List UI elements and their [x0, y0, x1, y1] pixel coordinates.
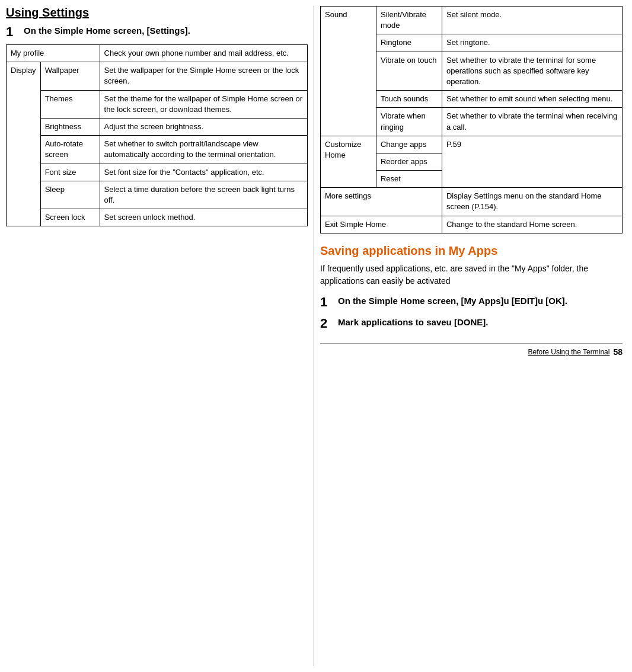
ringtone-desc: Set ringtone. — [442, 34, 622, 52]
sound-cat: Sound — [321, 7, 376, 136]
table-row: Brightness Adjust the screen brightness. — [7, 118, 308, 135]
vibrate-ringing-desc: Set whether to vibrate the terminal when… — [442, 108, 622, 136]
saving-step1-num: 1 — [320, 295, 338, 310]
font-size-desc: Set font size for the "Contacts" applica… — [100, 164, 307, 181]
touch-sounds-desc: Set whether to emit sound when selecting… — [442, 91, 622, 108]
table-row: Exit Simple Home Change to the standard … — [321, 216, 623, 233]
saving-title: Saving applications in My Apps — [320, 244, 623, 258]
display-cat: Display — [7, 62, 41, 226]
auto-rotate-sub: Auto-rotate screen — [40, 136, 100, 164]
step1-text: On the Simple Home screen, [Settings]. — [24, 24, 190, 38]
footer: Before Using the Terminal 58 — [320, 343, 623, 357]
ringtone-sub: Ringtone — [376, 34, 442, 52]
themes-sub: Themes — [40, 90, 100, 118]
saving-step1-text: On the Simple Home screen, [My Apps]u [E… — [338, 295, 567, 308]
font-size-sub: Font size — [40, 164, 100, 181]
vibrate-ringing-sub: Vibrate when ringing — [376, 108, 442, 136]
saving-step2-num: 2 — [320, 316, 338, 331]
table-row: My profile Check your own phone number a… — [7, 45, 308, 62]
auto-rotate-desc: Set whether to switch portrait/landscape… — [100, 136, 307, 164]
change-apps-sub: Change apps — [376, 136, 442, 153]
table-row: Screen lock Set screen unlock method. — [7, 209, 308, 226]
brightness-sub: Brightness — [40, 118, 100, 135]
silent-sub: Silent/Vibrate mode — [376, 7, 442, 34]
brightness-desc: Adjust the screen brightness. — [100, 118, 307, 135]
customize-desc: P.59 — [442, 136, 622, 188]
table-row: Display Wallpaper Set the wallpaper for … — [7, 62, 308, 90]
touch-sounds-sub: Touch sounds — [376, 91, 442, 108]
table-row: Themes Set the theme for the wallpaper o… — [7, 90, 308, 118]
saving-step2: 2 Mark applications to saveu [DONE]. — [320, 316, 623, 331]
wallpaper-desc: Set the wallpaper for the Simple Home sc… — [100, 62, 307, 90]
vibrate-touch-desc: Set whether to vibrate the terminal for … — [442, 52, 622, 91]
left-column: Using Settings 1 On the Simple Home scre… — [6, 6, 314, 666]
screen-lock-sub: Screen lock — [40, 209, 100, 226]
step1-number: 1 — [6, 24, 24, 40]
table-row: Sound Silent/Vibrate mode Set silent mod… — [321, 7, 623, 34]
wallpaper-sub: Wallpaper — [40, 62, 100, 90]
table-row: Customize Home Change apps P.59 — [321, 136, 623, 153]
sleep-desc: Select a time duration before the screen… — [100, 181, 307, 209]
footer-label: Before Using the Terminal — [528, 348, 610, 356]
my-profile-desc: Check your own phone number and mail add… — [100, 45, 307, 62]
saving-step2-text: Mark applications to saveu [DONE]. — [338, 316, 488, 329]
table-row: More settings Display Settings menu on t… — [321, 188, 623, 216]
exit-simple-home-desc: Change to the standard Home screen. — [442, 216, 622, 233]
screen-lock-desc: Set screen unlock method. — [100, 209, 307, 226]
saving-section: Saving applications in My Apps If freque… — [320, 244, 623, 331]
customize-cat: Customize Home — [321, 136, 376, 188]
step1-header: 1 On the Simple Home screen, [Settings]. — [6, 24, 308, 40]
more-settings-desc: Display Settings menu on the standard Ho… — [442, 188, 622, 216]
reset-sub: Reset — [376, 171, 442, 188]
more-settings-label: More settings — [321, 188, 442, 216]
reorder-apps-sub: Reorder apps — [376, 153, 442, 170]
saving-desc: If frequently used applications, etc. ar… — [320, 263, 623, 287]
sleep-sub: Sleep — [40, 181, 100, 209]
sound-table: Sound Silent/Vibrate mode Set silent mod… — [320, 6, 623, 233]
table-row: Auto-rotate screen Set whether to switch… — [7, 136, 308, 164]
vibrate-touch-sub: Vibrate on touch — [376, 52, 442, 91]
settings-table: My profile Check your own phone number a… — [6, 44, 308, 226]
saving-step1: 1 On the Simple Home screen, [My Apps]u … — [320, 295, 623, 310]
right-column: Sound Silent/Vibrate mode Set silent mod… — [314, 6, 623, 666]
section-title: Using Settings — [6, 6, 308, 20]
table-row: Font size Set font size for the "Contact… — [7, 164, 308, 181]
exit-simple-home-label: Exit Simple Home — [321, 216, 442, 233]
themes-desc: Set the theme for the wallpaper of Simpl… — [100, 90, 307, 118]
footer-page-number: 58 — [613, 347, 623, 357]
page: Using Settings 1 On the Simple Home scre… — [0, 0, 632, 672]
table-row: Sleep Select a time duration before the … — [7, 181, 308, 209]
my-profile-label: My profile — [7, 45, 100, 62]
silent-desc: Set silent mode. — [442, 7, 622, 34]
